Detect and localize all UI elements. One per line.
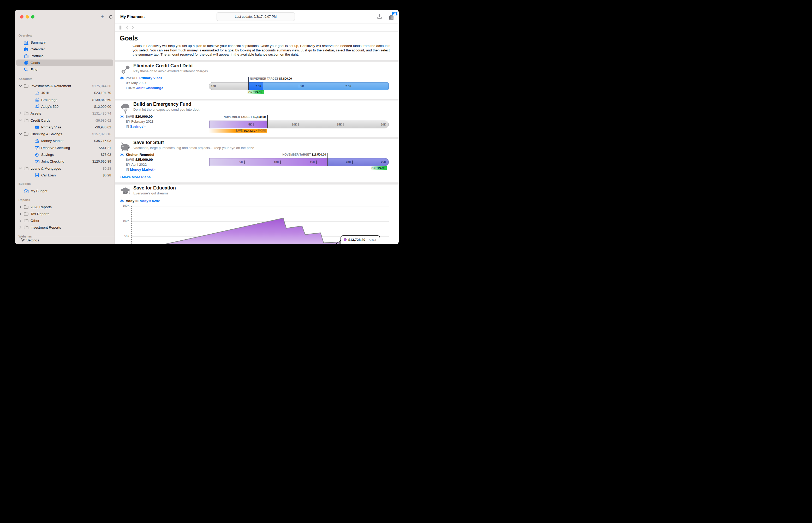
gear-flower-icon[interactable] (120, 199, 124, 203)
target-label: NOVEMBER TARGET $7,800.00 (250, 77, 292, 80)
sidebar-report-tax-reports[interactable]: Tax Reports (16, 211, 113, 217)
link-addys-529[interactable]: Addy's 529> (140, 199, 160, 203)
close-button[interactable] (20, 15, 23, 19)
link-primary-visa[interactable]: Primary Visa> (139, 76, 163, 80)
check-icon (35, 145, 40, 150)
back-icon[interactable] (125, 25, 129, 31)
zoom-button[interactable] (31, 15, 34, 19)
folder-icon (24, 84, 29, 88)
gear-flower-icon[interactable] (120, 153, 124, 157)
sidebar-account-401k[interactable]: 401K$23,194.70 (16, 90, 113, 96)
account-balance: $131,435.74 (92, 111, 111, 115)
sidebar-account-money-market[interactable]: Money Market$35,715.03 (16, 138, 113, 144)
sidebar-account-primary-visa[interactable]: Primary Visa-$6,980.62 (16, 124, 113, 130)
link-money-market[interactable]: Money Market> (130, 167, 155, 172)
account-label: Money Market (41, 139, 64, 143)
savings-progress-bar: 5K10K15K20KNOVEMBER TARGET $6,500.00SAVE… (209, 121, 389, 128)
account-label: Credit Cards (31, 119, 50, 122)
bar-tick: 2.5K (344, 82, 352, 90)
search-icon (24, 67, 29, 72)
notification-badge: 25 (392, 12, 398, 16)
divider (115, 137, 399, 139)
account-balance: $0.28 (103, 173, 111, 177)
drag-handle-icon[interactable] (119, 25, 122, 30)
account-label: Reserve Checking (41, 146, 70, 150)
sidebar-account-investments-retirement[interactable]: Investments & Retirement$175,044.30 (16, 83, 113, 89)
chevron-right-icon[interactable] (19, 112, 22, 115)
refresh-icon[interactable] (108, 14, 113, 20)
export-icon[interactable] (376, 13, 383, 21)
sidebar-item-summary[interactable]: Summary (16, 39, 113, 46)
chevron-right-icon[interactable] (19, 206, 22, 209)
gear-flower-icon[interactable] (120, 115, 124, 119)
chevron-right-icon[interactable] (19, 226, 22, 229)
report-label: Investment Reports (31, 226, 61, 229)
bank-notifications-icon[interactable]: 25 (388, 14, 394, 21)
chevron-down-icon[interactable] (19, 167, 22, 170)
goal-detail-line: SAVE $25,000.00 (120, 158, 153, 162)
account-balance: -$6,980.62 (95, 125, 111, 129)
goal-detail-line: BY May 2027 (120, 81, 146, 85)
make-more-plans-link[interactable]: +Make More Plans (120, 175, 151, 179)
account-label: Investments & Retirement (31, 84, 71, 88)
main-header: My Finances Last update: 2/3/17, 9:07 PM… (115, 10, 399, 23)
last-update-button[interactable]: Last update: 2/3/17, 9:07 PM (217, 12, 295, 21)
sidebar-account-car-loan[interactable]: Car Loan$0.28 (16, 172, 113, 179)
sidebar-report-2020-reports[interactable]: 2020 Reports (16, 204, 113, 210)
main-content: My Finances Last update: 2/3/17, 9:07 PM… (115, 10, 399, 244)
forward-icon[interactable] (131, 25, 135, 31)
sidebar-account-checking-savings[interactable]: Checking & Savings$157,028.16 (16, 131, 113, 137)
chevron-down-icon[interactable] (19, 132, 22, 136)
bar-tick: 5K (299, 82, 304, 90)
sidebar-account-joint-checking[interactable]: Joint Checking$120,695.89 (16, 158, 113, 165)
sidebar-account-loans-mortgages[interactable]: Loans & Mortgages$0.28 (16, 165, 113, 172)
bar-tick: 5K (248, 121, 254, 128)
sidebar-account-brokerage[interactable]: Brokerage$139,849.60 (16, 96, 113, 103)
account-balance: $157,028.16 (92, 132, 111, 136)
account-label: Checking & Savings (31, 132, 62, 136)
gear-flower-icon[interactable] (120, 76, 124, 80)
sidebar-item-portfolio[interactable]: Portfolio (16, 53, 113, 59)
chevron-right-icon[interactable] (19, 213, 22, 215)
goal-subtitle: Vacations, large purchases, big and smal… (133, 146, 254, 150)
goal-detail-line: SAVE $20,000.00 (120, 114, 153, 119)
account-balance: $120,695.89 (92, 160, 111, 163)
sidebar-item-my-budget[interactable]: My Budget (16, 188, 113, 194)
sidebar-account-reserve-checking[interactable]: Reserve Checking$541.21 (16, 145, 113, 151)
folder-icon (24, 132, 29, 136)
add-button[interactable]: + (100, 13, 104, 20)
chevron-right-icon[interactable] (19, 219, 22, 222)
target-label: NOVEMBER TARGET $16,500.00 (209, 153, 326, 156)
chevron-down-icon[interactable] (19, 119, 22, 122)
sidebar-item-calendar[interactable]: Calendar (16, 46, 113, 52)
minimize-button[interactable] (25, 15, 29, 19)
goal-detail-line: Kitchen Remodel (120, 153, 154, 157)
sidebar-account-assets[interactable]: Assets$131,435.74 (16, 110, 113, 117)
bar-tick: 5K (239, 158, 245, 166)
section-label-overview: Overview (19, 34, 32, 37)
target-series-dot (344, 238, 347, 241)
sidebar-item-find[interactable]: Find (16, 66, 113, 73)
sidebar-report-other[interactable]: Other (16, 217, 113, 224)
sidebar-account-credit-cards[interactable]: Credit Cards-$6,980.62 (16, 117, 113, 124)
sidebar-report-investment-reports[interactable]: Investment Reports (16, 224, 113, 231)
card-icon (35, 125, 40, 129)
sidebar-account-addy-s-529[interactable]: Addy's 529$12,000.00 (16, 103, 113, 110)
sidebar-item-goals[interactable]: Goals (16, 59, 113, 66)
settings-button[interactable]: Settings (15, 236, 114, 244)
goal-detail-line: BY February 2023 (120, 120, 154, 123)
link-savings[interactable]: Savings> (130, 125, 145, 128)
on-track-badge: ON TRACK (370, 166, 387, 170)
account-balance: $35,715.03 (94, 139, 111, 143)
chevron-down-icon[interactable] (19, 85, 22, 87)
document-title: My Finances (120, 10, 145, 23)
link-joint-checking[interactable]: Joint Checking> (136, 86, 163, 90)
piggySm-icon (35, 152, 40, 157)
gear-icon (21, 237, 25, 243)
sidebar-account-savings[interactable]: Savings$76.03 (16, 151, 113, 158)
bar-tick: 15K (337, 121, 344, 128)
envelope-icon (24, 189, 29, 193)
parachute-icon (119, 102, 131, 114)
briefcase-icon (24, 54, 29, 58)
piggy-bank-icon (119, 141, 131, 153)
